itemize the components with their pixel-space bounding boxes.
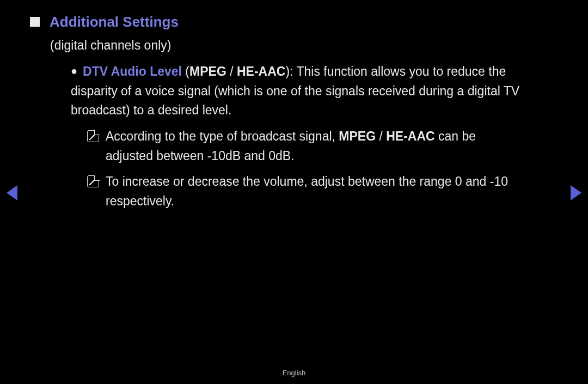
note1-opt-mpeg: MPEG [339, 129, 376, 143]
note2-text: To increase or decrease the volume, adju… [106, 172, 523, 211]
square-bullet-icon [30, 17, 40, 27]
language-indicator: English [0, 368, 588, 379]
section-title: Additional Settings [50, 11, 179, 33]
note-2: To increase or decrease the volume, adju… [87, 172, 523, 211]
option-sep: / [226, 64, 237, 78]
note-icon [87, 130, 99, 142]
colon: : [290, 64, 296, 78]
note1-sep: / [376, 129, 386, 143]
close-paren: ) [285, 64, 290, 78]
dot-bullet-icon: ● [71, 63, 77, 80]
open-paren: ( [182, 64, 189, 78]
note-icon [87, 175, 99, 187]
section-subtitle: (digital channels only) [50, 36, 572, 56]
next-page-arrow-icon[interactable] [571, 185, 581, 200]
option-heaac: HE-AAC [237, 64, 285, 78]
section-heading: Additional Settings [30, 11, 572, 33]
setting-label: DTV Audio Level [83, 64, 182, 78]
setting-item: ●DTV Audio Level (MPEG / HE-AAC): This f… [71, 62, 539, 120]
option-mpeg: MPEG [189, 64, 226, 78]
prev-page-arrow-icon[interactable] [7, 185, 17, 200]
note-1: According to the type of broadcast signa… [87, 127, 523, 166]
note1-opt-heaac: HE-AAC [386, 129, 434, 143]
note1-pre: According to the type of broadcast signa… [106, 129, 339, 143]
